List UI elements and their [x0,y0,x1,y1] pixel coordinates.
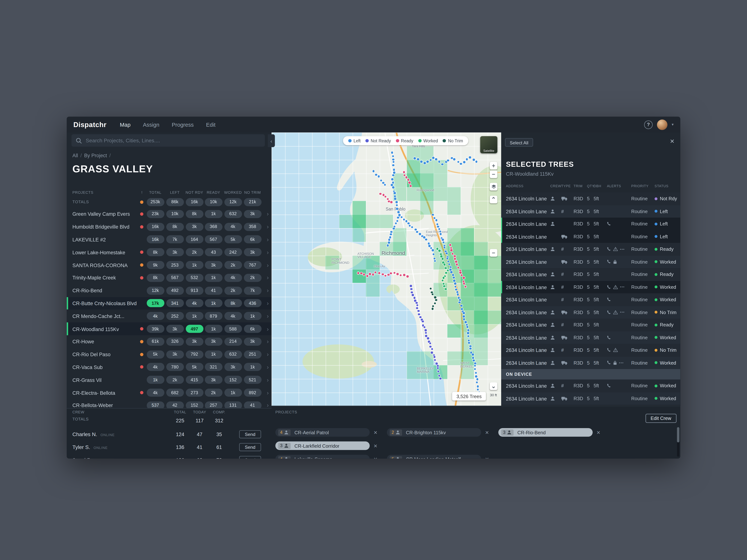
nav-item-assign[interactable]: Assign [143,122,159,127]
chevron-right-icon[interactable]: › [267,274,268,281]
chevron-right-icon[interactable]: › [267,313,268,320]
tree-row[interactable]: 2634 Lincoln LaneR3D55ftRoutineWorked [501,256,680,268]
close-icon[interactable]: ✕ [670,138,675,145]
chevron-right-icon[interactable]: › [267,287,268,294]
sidebar-collapse-button[interactable]: ‹ [268,134,275,147]
chevron-right-icon[interactable]: › [267,338,268,345]
satellite-toggle[interactable]: Satellite [480,136,497,153]
project-row[interactable]: Trinity-Maple Creek8k5675321k4k2k› [67,271,272,284]
chevron-right-icon[interactable]: › [267,325,268,332]
chevron-right-icon[interactable]: › [267,389,268,396]
column-header: CREW [550,184,561,188]
tree-row[interactable]: 2634 Lincoln LaneR3D55ftRoutineWorked [501,356,680,369]
send-button[interactable]: Send [239,430,261,438]
tree-row[interactable]: 2634 Lincoln LaneR3D55ftRoutineLeft [501,230,680,243]
project-row[interactable]: CR-Electra- Bellota4k6822732k1k892› [67,386,272,399]
status-dot [654,261,658,263]
project-row[interactable]: CR-Rio-Bend12k492913412k7k› [67,284,272,297]
tree-row[interactable]: 2634 Lincoln LaneR3D55ftRoutineLeft [501,218,680,230]
layers-button[interactable] [490,183,497,191]
project-row[interactable]: CR Mendo-Cache Jct...4k2521k8794k1k› [67,310,272,322]
close-icon[interactable]: ✕ [485,430,489,435]
send-button[interactable]: Send [239,443,261,451]
project-row[interactable]: CR-Woodland 115Kv39k3k4971k5886k› [67,322,272,335]
tree-row[interactable]: 2634 Lincoln LaneR3D55ftRoutineWorked [501,392,680,405]
project-row[interactable]: CR-Howe61k3263k3k2143k› [67,335,272,348]
project-row[interactable]: CR-Grass Vil1k2k4153k152521› [67,374,272,386]
status-cell: Left [654,209,668,214]
edit-crew-button[interactable]: Edit Crew [645,414,676,423]
project-chip[interactable]: 3CR-Larkfield Corridor✕ [275,442,384,450]
chevron-right-icon[interactable]: › [267,211,268,217]
chevron-down-icon[interactable]: ▾ [672,123,674,127]
stat-pill: 7k [166,236,184,243]
close-icon[interactable]: ✕ [596,430,600,435]
select-all-button[interactable]: Select All [505,138,533,146]
minus-button[interactable]: − [490,249,497,257]
breadcrumb-item[interactable]: All [73,152,78,158]
nav-item-map[interactable]: Map [120,122,130,127]
chevron-right-icon[interactable]: › [267,351,268,358]
stat-pill: 43 [205,248,222,256]
close-icon[interactable]: ✕ [374,456,378,459]
tree-row[interactable]: 2634 Lincoln Lane#R3D55ftRoutineWorked [501,379,680,392]
chevron-right-icon[interactable]: › [267,402,268,408]
tree-row[interactable]: 2634 Lincoln Lane#R3D55ftRoutineNo Trim [501,344,680,356]
chevron-right-icon[interactable]: › [267,300,268,306]
tree-row[interactable]: 2634 Lincoln Lane#R3D55ftRoutineWorked [501,281,680,293]
tree-row[interactable]: 2634 Lincoln LaneR3D55ftRoutineWorked [501,331,680,344]
project-row[interactable]: SANTA ROSA-CORONA9k2531k3k2k767› [67,259,272,271]
collapse-up-button[interactable]: ⌃ [490,196,497,204]
tree-row[interactable]: 2634 Lincoln LaneR3D55ftRoutineNot Rdy [501,192,680,205]
project-row[interactable]: Lower Lake-Homestake8k3k2k432423k› [67,246,272,259]
chevron-right-icon[interactable]: › [267,249,268,256]
nav-item-progress[interactable]: Progress [172,122,194,127]
tree-row[interactable]: 2634 Lincoln Lane#R3D55ftRoutineLeft [501,205,680,218]
chevron-right-icon[interactable]: › [267,376,268,383]
chevron-right-icon[interactable]: › [267,223,268,230]
project-row[interactable]: Green Valley Camp Evers23k10k8k1k6323k› [67,208,272,220]
avatar[interactable] [657,119,667,130]
project-chip[interactable]: 3CR-Rio-Bend✕ [498,428,607,437]
breadcrumb-item[interactable]: By Project [84,152,107,158]
collapse-down-button[interactable]: ⌄ [490,382,497,390]
project-row[interactable]: CR-Vaca Sub4k7805k3213k1k› [67,361,272,373]
project-row[interactable]: CR-Butte Cnty-Nicolaus Blvd17k3414k1k8k4… [67,297,272,310]
tree-row[interactable]: 2634 Lincoln LaneR3D55ftRoutineNo Trim [501,306,680,319]
send-button[interactable]: Send [239,456,261,458]
crew-row[interactable]: Jared P.1866278Send [67,454,272,459]
zoom-out-button[interactable]: − [490,170,497,178]
map[interactable]: Montalvin ManorTara HillsRollingwoodSan … [272,132,501,406]
crew-row[interactable]: Tyler S.ONLINE1364161Send [67,442,272,453]
crew-row[interactable]: Charles N.ONLINE1244735Send [67,429,272,440]
search-icon [76,137,82,146]
tree-row[interactable]: 2634 Lincoln Lane#R3D55ftRoutineReady [501,319,680,331]
project-row[interactable]: CR-Rio Del Paso5k3k7921k632251› [67,348,272,361]
tree-row[interactable]: 2634 Lincoln Lane#R3D55ftRoutineReady [501,243,680,256]
scrollbar-thumb[interactable] [677,427,679,443]
project-row[interactable]: Humboldt Bridgeville Blvd16k8k3k3684k358… [67,220,272,233]
help-button[interactable]: ? [644,120,653,129]
chevron-right-icon[interactable]: › [267,236,268,243]
project-chip[interactable]: 2CR-Brighton 115kv✕ [387,428,495,437]
close-icon[interactable]: ✕ [374,443,378,448]
scrollbar[interactable] [677,427,679,457]
project-row[interactable]: CR-Bellota-Weber5374215225713141› [67,399,272,408]
project-chip[interactable]: 4Lakeville-Sonoma✕ [275,455,384,458]
zoom-in-button[interactable]: + [490,162,497,169]
project-row[interactable]: LAKEVILLE #216k7k1645675k6k› [67,233,272,246]
tree-row[interactable]: 2634 Lincoln Lane#R3D55ftRoutineWorked [501,293,680,306]
alert-dot [140,391,143,394]
tree-row[interactable]: 2634 Lincoln Lane#R3D55ftRoutineReady [501,268,680,281]
breadcrumb[interactable]: All/By Project/ [73,152,113,158]
project-chip[interactable]: 4CR-Aerial Patrol✕ [275,428,384,437]
tree-address: 2634 Lincoln Lane [506,396,547,401]
stat-pill: 2k [224,261,242,269]
search-input[interactable] [71,134,265,146]
nav-item-edit[interactable]: Edit [206,122,216,127]
close-icon[interactable]: ✕ [485,456,489,459]
close-icon[interactable]: ✕ [374,430,378,435]
project-chip[interactable]: 5CR Moss Landing-Metcalf✕ [387,455,495,458]
chevron-right-icon[interactable]: › [267,364,268,371]
chevron-right-icon[interactable]: › [267,262,268,268]
